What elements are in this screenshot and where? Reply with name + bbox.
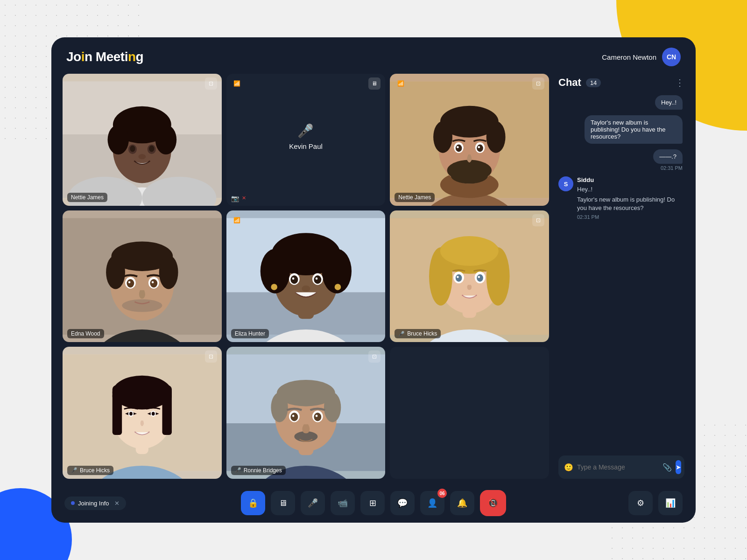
- cell1-expand-icon[interactable]: ⊡: [205, 77, 217, 90]
- svg-point-11: [130, 146, 135, 152]
- msg-4-sender: Siddu: [577, 176, 683, 183]
- end-call-button[interactable]: 📵: [480, 490, 506, 516]
- stats-button[interactable]: 📊: [658, 491, 683, 515]
- cell2-right-icons: 🖥: [368, 77, 381, 90]
- svg-point-40: [122, 299, 162, 312]
- kevin-name: Kevin Paul: [289, 143, 323, 151]
- settings-icon: ⚙: [637, 498, 644, 508]
- bell-icon: 🔔: [457, 498, 467, 508]
- svg-point-46: [152, 281, 154, 283]
- settings-button[interactable]: ⚙: [628, 491, 653, 515]
- svg-point-39: [159, 255, 178, 289]
- msg-2-bubble: Taylor's new album is publishing! Do you…: [585, 115, 683, 144]
- cell4-name-tag: Edna Wood: [67, 329, 104, 338]
- bell-button[interactable]: 🔔: [450, 491, 474, 515]
- cell5-name-tag: Eliza Hunter: [231, 329, 269, 338]
- chat-count: 14: [586, 78, 601, 87]
- emoji-icon[interactable]: 🙂: [564, 463, 573, 472]
- cell3-name-tag: Nettie James: [395, 193, 435, 202]
- mic-icon: 🎤: [308, 498, 318, 508]
- svg-point-109: [315, 415, 317, 417]
- msg-3-bubble: ——.?: [653, 149, 683, 164]
- logo-dot-g: n: [128, 49, 136, 64]
- joining-info-close[interactable]: ✕: [114, 500, 120, 507]
- chat-messages: Hey..! Taylor's new album is publishing!…: [558, 95, 684, 451]
- svg-point-74: [440, 236, 499, 266]
- chat-title-row: Chat 14: [558, 77, 601, 89]
- chat-header: Chat 14 ⋮: [558, 74, 684, 95]
- toolbar-right: ⚙ 📊: [628, 491, 683, 515]
- cell3-name: Nettie James: [398, 194, 431, 201]
- screen-share-button[interactable]: 🖥: [271, 491, 295, 515]
- lock-button[interactable]: 🔒: [241, 491, 265, 515]
- svg-point-108: [292, 415, 294, 417]
- cell3-left-icons: 📶: [395, 77, 407, 90]
- participant-avatar-3: [390, 74, 549, 206]
- svg-point-62: [314, 275, 321, 284]
- camera-button[interactable]: 📹: [331, 491, 355, 515]
- logo: Join Meeting: [66, 49, 143, 64]
- attachment-icon[interactable]: 📎: [662, 463, 672, 472]
- svg-point-80: [478, 276, 480, 278]
- chat-more-btn[interactable]: ⋮: [675, 77, 684, 88]
- participant-avatar-5: [226, 210, 386, 343]
- cell2-left-icons: 📶: [231, 77, 243, 90]
- cell8-mute-icon: 🎤: [235, 467, 241, 473]
- kevin-no-camera: 🎤 Kevin Paul: [289, 124, 323, 151]
- toolbar-center: 🔒 🖥 🎤 📹 ⊞ 💬 👤 06 🔔: [241, 490, 506, 516]
- msg-4-avatar: S: [558, 176, 573, 191]
- svg-point-23: [433, 121, 452, 153]
- cell2-screen-icon[interactable]: 🖥: [368, 77, 381, 90]
- svg-point-26: [451, 168, 488, 184]
- video-cell-1[interactable]: ⊡ Nettie James: [63, 74, 222, 206]
- video-cell-7[interactable]: ⊡ 🎤 Bruce Hicks: [63, 347, 222, 479]
- msg-4-text1: Hey..!: [577, 185, 683, 194]
- cell7-right-icons: ⊡: [205, 350, 217, 363]
- kevin-status-icons: 📷 ✕: [231, 195, 246, 202]
- cell5-name: Eliza Hunter: [235, 330, 265, 337]
- chat-input-area: 🙂 📎 ➤: [558, 455, 684, 479]
- send-button[interactable]: ➤: [676, 460, 681, 474]
- chat-input[interactable]: [577, 463, 659, 471]
- cell5-signal-icon: 📶: [231, 214, 243, 226]
- toolbar-left: Joining Info ✕: [64, 497, 126, 510]
- video-cell-5[interactable]: 📶 Eliza Hunter: [226, 210, 386, 343]
- cell4-name: Edna Wood: [71, 330, 100, 337]
- joining-info-label: Joining Info: [78, 500, 109, 507]
- svg-point-38: [106, 255, 125, 289]
- video-cell-6[interactable]: ⊡ 🎤 Bruce Hicks: [390, 210, 549, 343]
- grid-button[interactable]: ⊞: [360, 491, 385, 515]
- cell1-overlay-icons: ⊡: [205, 77, 217, 90]
- cell3-signal-icon: 📶: [395, 77, 407, 90]
- cell7-expand-icon[interactable]: ⊡: [205, 350, 217, 363]
- joining-info-button[interactable]: Joining Info ✕: [64, 497, 126, 510]
- svg-point-106: [290, 413, 298, 421]
- cell8-expand-icon[interactable]: ⊡: [368, 350, 381, 363]
- cell7-mute-icon: 🎤: [71, 467, 78, 473]
- mic-button[interactable]: 🎤: [301, 491, 325, 515]
- people-badge: 06: [437, 489, 447, 498]
- video-cell-2[interactable]: 📶 🖥 🎤 Kevin Paul 📷 ✕: [226, 74, 386, 206]
- participant-avatar-1: [63, 74, 222, 206]
- participant-avatar-4: [63, 210, 222, 343]
- avatar[interactable]: CN: [662, 48, 681, 66]
- cell3-right-icons: ⊡: [532, 77, 544, 90]
- cell3-expand-icon[interactable]: ⊡: [532, 77, 544, 90]
- svg-point-64: [315, 277, 317, 280]
- svg-point-102: [324, 393, 341, 423]
- svg-point-8: [155, 125, 176, 155]
- msg-4-timestamp: 02:31 PM: [577, 214, 683, 220]
- video-cell-3[interactable]: 📶 ⊡ Nettie James: [390, 74, 549, 206]
- people-button[interactable]: 👤 06: [420, 491, 444, 515]
- msg-4-text2: Taylor's new album is publishing! Do you…: [577, 196, 683, 212]
- toolbar: Joining Info ✕ 🔒 🖥 🎤 📹 ⊞ 💬: [51, 483, 696, 523]
- msg-3-timestamp: 02:31 PM: [661, 165, 683, 171]
- cell6-mute-icon: 🎤: [398, 331, 405, 337]
- cell6-expand-icon[interactable]: ⊡: [532, 214, 544, 226]
- chat-toggle-button[interactable]: 💬: [390, 491, 415, 515]
- svg-point-63: [292, 277, 294, 280]
- video-cell-8[interactable]: ⊡ 🎤 Ronnie Bridges: [226, 347, 386, 479]
- video-cell-4[interactable]: Edna Wood: [63, 210, 222, 343]
- cell6-name-tag: 🎤 Bruce Hicks: [395, 329, 441, 338]
- kevin-mute-icon: 🎤: [297, 124, 314, 139]
